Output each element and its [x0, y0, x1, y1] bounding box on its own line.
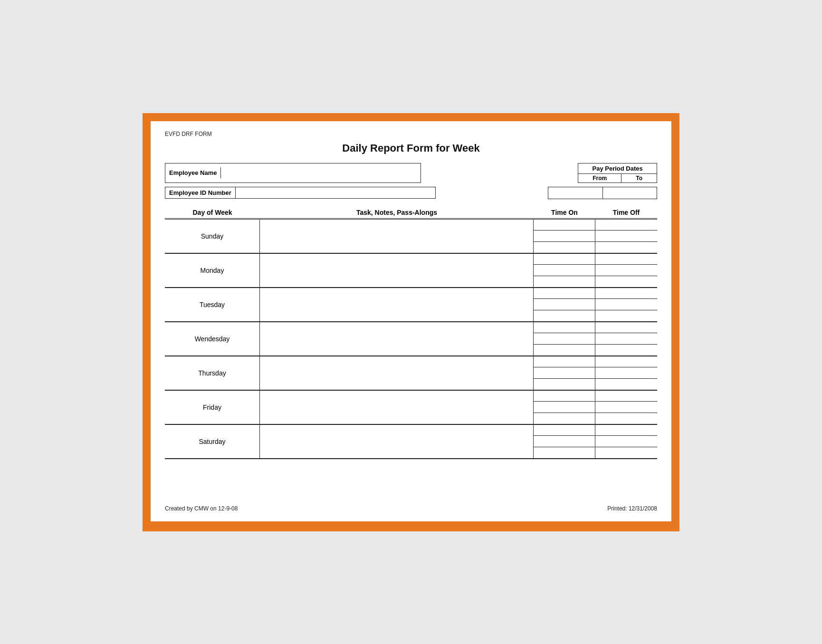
day-name-cell: Wendesday — [165, 322, 260, 356]
time-on-sub-3 — [534, 447, 595, 458]
time-off-sub-2 — [595, 367, 657, 379]
day-tasks-cell — [260, 254, 534, 287]
time-on-sub-1 — [534, 254, 595, 265]
time-on-sub-3 — [534, 242, 595, 253]
day-tasks-cell — [260, 391, 534, 424]
col-day-header: Day of Week — [165, 209, 260, 216]
time-on-sub-3 — [534, 345, 595, 356]
time-on-sub-2 — [534, 402, 595, 413]
time-off-sub-3 — [595, 413, 657, 424]
day-row: Saturday — [165, 425, 657, 459]
time-off-sub-3 — [595, 345, 657, 356]
time-on-sub-1 — [534, 425, 595, 436]
day-name-cell: Sunday — [165, 220, 260, 253]
time-off-cell — [595, 391, 657, 424]
employee-id-block: Employee ID Number — [165, 187, 436, 199]
second-info-row: Employee ID Number — [165, 187, 657, 199]
employee-id-input[interactable] — [236, 187, 435, 198]
time-on-sub-3 — [534, 379, 595, 390]
outer-border: EVFD DRF FORM Daily Report Form for Week… — [143, 113, 679, 531]
pay-period-from-label: From — [578, 174, 621, 183]
time-off-sub-3 — [595, 310, 657, 321]
time-on-sub-1 — [534, 356, 595, 368]
day-tasks-cell — [260, 288, 534, 321]
time-off-sub-2 — [595, 402, 657, 413]
table-headers: Day of Week Task, Notes, Pass-Alongs Tim… — [165, 209, 657, 220]
time-on-cell — [534, 322, 595, 356]
day-tasks-cell — [260, 425, 534, 458]
time-on-sub-3 — [534, 413, 595, 424]
time-off-sub-3 — [595, 379, 657, 390]
time-on-cell — [534, 425, 595, 458]
time-on-sub-3 — [534, 310, 595, 321]
time-on-sub-2 — [534, 265, 595, 276]
employee-name-input[interactable] — [221, 167, 421, 178]
time-on-sub-1 — [534, 322, 595, 334]
pay-period-to-input[interactable] — [602, 187, 657, 199]
day-row: Friday — [165, 391, 657, 425]
time-on-sub-1 — [534, 391, 595, 402]
footer-right: Printed: 12/31/2008 — [607, 505, 657, 512]
footer-left: Created by CMW on 12-9-08 — [165, 505, 238, 512]
time-off-sub-1 — [595, 391, 657, 402]
time-off-sub-3 — [595, 447, 657, 458]
time-off-sub-2 — [595, 333, 657, 345]
day-row: Monday — [165, 254, 657, 288]
day-name-cell: Thursday — [165, 356, 260, 390]
time-off-sub-1 — [595, 288, 657, 299]
time-off-cell — [595, 356, 657, 390]
time-off-sub-1 — [595, 254, 657, 265]
time-off-cell — [595, 322, 657, 356]
employee-name-block: Employee Name — [165, 163, 421, 183]
time-off-sub-3 — [595, 242, 657, 253]
time-off-cell — [595, 220, 657, 253]
time-on-cell — [534, 288, 595, 321]
top-info-row: Employee Name Pay Period Dates From To — [165, 163, 657, 183]
day-tasks-cell — [260, 322, 534, 356]
time-off-cell — [595, 425, 657, 458]
day-time-cells — [534, 220, 657, 253]
time-off-sub-2 — [595, 436, 657, 447]
pay-period-block: Pay Period Dates From To — [578, 163, 657, 183]
time-off-sub-1 — [595, 322, 657, 334]
day-time-cells — [534, 288, 657, 321]
day-time-cells — [534, 254, 657, 287]
day-name-cell: Saturday — [165, 425, 260, 458]
day-name-cell: Monday — [165, 254, 260, 287]
inner-border: EVFD DRF FORM Daily Report Form for Week… — [149, 120, 673, 523]
day-row: Wendesday — [165, 322, 657, 356]
time-off-sub-2 — [595, 265, 657, 276]
pay-period-from-input[interactable] — [548, 187, 602, 199]
time-on-sub-1 — [534, 288, 595, 299]
day-rows-container: Sunday Monday — [165, 220, 657, 459]
time-off-cell — [595, 288, 657, 321]
footer-row: Created by CMW on 12-9-08 Printed: 12/31… — [165, 496, 657, 512]
time-on-sub-2 — [534, 367, 595, 379]
time-on-cell — [534, 356, 595, 390]
employee-name-label: Employee Name — [165, 167, 221, 178]
pay-period-header: Pay Period Dates — [578, 163, 657, 174]
form-header-label: EVFD DRF FORM — [165, 131, 657, 137]
employee-id-label: Employee ID Number — [165, 187, 236, 198]
time-off-sub-1 — [595, 220, 657, 231]
day-row: Tuesday — [165, 288, 657, 322]
time-off-cell — [595, 254, 657, 287]
time-off-sub-3 — [595, 276, 657, 287]
time-on-sub-3 — [534, 276, 595, 287]
time-off-sub-2 — [595, 299, 657, 310]
col-time-off-header: Time Off — [595, 209, 657, 216]
day-row: Sunday — [165, 220, 657, 254]
time-off-sub-2 — [595, 231, 657, 242]
day-row: Thursday — [165, 356, 657, 391]
day-tasks-cell — [260, 356, 534, 390]
pay-period-to-label: To — [621, 174, 657, 183]
day-name-cell: Friday — [165, 391, 260, 424]
form-title: Daily Report Form for Week — [165, 142, 657, 154]
time-on-sub-2 — [534, 299, 595, 310]
col-time-on-header: Time On — [534, 209, 595, 216]
day-time-cells — [534, 391, 657, 424]
pay-period-sub: From To — [578, 174, 657, 183]
day-time-cells — [534, 356, 657, 390]
time-on-sub-2 — [534, 333, 595, 345]
col-tasks-header: Task, Notes, Pass-Alongs — [260, 209, 534, 216]
